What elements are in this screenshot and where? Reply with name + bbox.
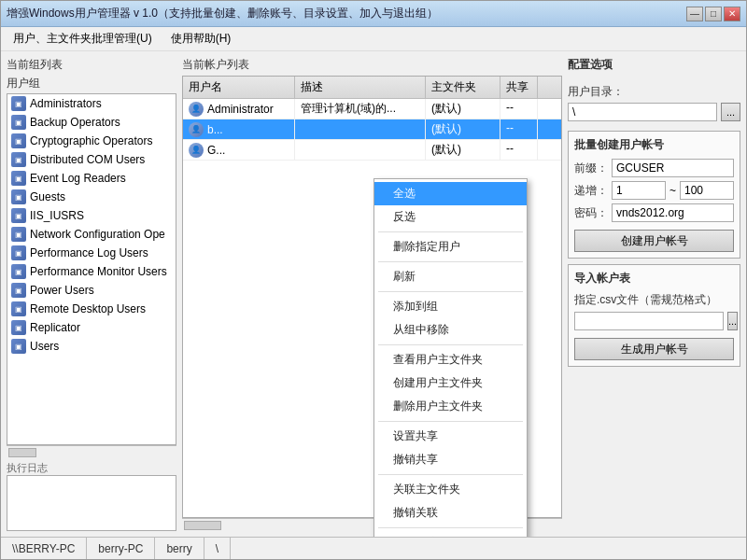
ctx-invert-select[interactable]: 反选 — [374, 205, 527, 229]
close-button[interactable]: ✕ — [724, 7, 740, 21]
home-dir-browse-button[interactable]: ... — [721, 103, 740, 121]
user-home-cell: (默认) — [426, 119, 500, 139]
ctx-delete-home[interactable]: 删除用户主文件夹 — [374, 395, 527, 418]
home-dir-input[interactable] — [568, 103, 717, 121]
status-user: berry — [155, 538, 204, 559]
ctx-sep-2 — [378, 261, 523, 262]
groups-panel: 用户组 ▣ Administrators ▣ Backup Operators … — [7, 76, 176, 458]
step-label: 递增： — [574, 183, 608, 199]
list-item[interactable]: ▣ Distributed COM Users — [7, 150, 176, 169]
ctx-link-home[interactable]: 关联主文件夹 — [374, 478, 527, 501]
list-item[interactable]: ▣ Event Log Readers — [7, 169, 176, 188]
window-title: 增强Windows用户管理器 v 1.0（支持批量创建、删除账号、目录设置、加入… — [7, 6, 438, 21]
ctx-view-home[interactable]: 查看用户主文件夹 — [374, 348, 527, 371]
list-item[interactable]: ▣ Backup Operators — [7, 113, 176, 132]
status-bar: \\BERRY-PC berry-PC berry \ — [1, 537, 746, 559]
user-icon: 👤 — [189, 122, 204, 137]
status-computer: \\BERRY-PC — [8, 538, 87, 559]
user-icon: 👤 — [189, 143, 204, 158]
ctx-set-share[interactable]: 设置共享 — [374, 425, 527, 448]
list-item[interactable]: ▣ IIS_IUSRS — [7, 206, 176, 225]
ctx-sep-4 — [378, 344, 523, 345]
groups-list-box[interactable]: ▣ Administrators ▣ Backup Operators ▣ Cr… — [7, 93, 176, 445]
list-item[interactable]: ▣ Remote Desktop Users — [7, 300, 176, 318]
user-icon: 👤 — [189, 102, 204, 117]
execution-log-box[interactable] — [7, 475, 176, 531]
menu-help[interactable]: 使用帮助(H) — [162, 27, 240, 50]
import-desc: 指定.csv文件（需规范格式） — [574, 292, 734, 308]
col-username[interactable]: 用户名 — [183, 77, 295, 98]
menu-file[interactable]: 用户、主文件夹批理管理(U) — [5, 27, 161, 50]
list-item[interactable]: ▣ Power Users — [7, 281, 176, 300]
group-icon: ▣ — [11, 171, 26, 186]
prefix-label: 前缀： — [574, 161, 608, 176]
user-name-cell: 👤 b... — [183, 119, 295, 139]
execution-log-label: 执行日志 — [7, 461, 176, 475]
user-desc-cell — [295, 140, 426, 160]
ctx-sep-1 — [378, 231, 523, 232]
group-icon: ▣ — [11, 152, 26, 167]
ctx-create-home[interactable]: 创建用户主文件夹 — [374, 371, 527, 395]
ctx-sep-3 — [378, 291, 523, 292]
hscroll-thumb[interactable] — [184, 521, 221, 530]
batch-create-section: 批量创建用户帐号 前缀： 递增： ~ 密码： 创建用户帐号 — [568, 131, 740, 259]
maximize-button[interactable]: □ — [705, 7, 722, 21]
left-panel: 当前组列表 用户组 ▣ Administrators ▣ Backup Oper… — [7, 57, 176, 531]
import-file-input[interactable] — [574, 312, 724, 330]
list-item[interactable]: ▣ Replicator — [7, 318, 176, 337]
list-item[interactable]: ▣ Performance Monitor Users — [7, 262, 176, 281]
users-list-title: 当前帐户列表 — [182, 57, 562, 73]
batch-create-title: 批量创建用户帐号 — [574, 137, 734, 153]
step-from-input[interactable] — [612, 181, 666, 200]
prefix-input[interactable] — [612, 159, 734, 177]
list-item[interactable]: ▣ Guests — [7, 188, 176, 206]
create-users-button[interactable]: 创建用户帐号 — [574, 230, 734, 252]
table-row[interactable]: 👤 b... (默认) -- — [183, 119, 561, 140]
user-home-cell: (默认) — [426, 140, 500, 160]
menu-bar: 用户、主文件夹批理管理(U) 使用帮助(H) — [1, 27, 746, 51]
user-name-cell: 👤 Administrator — [183, 99, 295, 119]
import-file-row: ... — [574, 312, 734, 330]
ctx-refresh[interactable]: 刷新 — [374, 265, 527, 288]
generate-users-button[interactable]: 生成用户帐号 — [574, 338, 734, 360]
list-item[interactable]: ▣ Administrators — [7, 94, 176, 113]
list-item[interactable]: ▣ Performance Log Users — [7, 244, 176, 262]
ctx-export-users[interactable]: 导出用户信息 — [374, 531, 527, 537]
status-path: \ — [204, 538, 231, 559]
ctx-add-to-group[interactable]: 添加到组 — [374, 295, 527, 318]
ctx-unlink-home[interactable]: 撤销关联 — [374, 501, 527, 525]
group-icon: ▣ — [11, 339, 26, 354]
groups-hscroll[interactable] — [7, 445, 176, 458]
step-to-input[interactable] — [680, 181, 734, 200]
groups-label: 用户组 — [7, 76, 176, 91]
config-title: 配置选项 — [568, 57, 740, 73]
user-share-cell: -- — [500, 140, 538, 160]
table-row[interactable]: 👤 G... (默认) -- — [183, 140, 561, 161]
import-browse-button[interactable]: ... — [727, 312, 738, 330]
ctx-delete-user[interactable]: 删除指定用户 — [374, 235, 527, 259]
group-icon: ▣ — [11, 301, 26, 316]
hscroll-thumb[interactable] — [8, 448, 36, 457]
title-bar-buttons: — □ ✕ — [686, 7, 740, 21]
step-sep: ~ — [669, 184, 676, 197]
col-share[interactable]: 共享 — [500, 77, 538, 98]
user-home-cell: (默认) — [426, 99, 500, 119]
perf-monitor-label: Performance Monitor Users — [30, 265, 167, 278]
group-icon: ▣ — [11, 245, 26, 260]
distributed-com-users-label: Distributed COM Users — [30, 153, 145, 166]
minimize-button[interactable]: — — [686, 7, 703, 21]
status-machine: berry-PC — [87, 538, 155, 559]
ctx-remove-from-group[interactable]: 从组中移除 — [374, 318, 527, 342]
password-input[interactable] — [612, 203, 734, 222]
list-item[interactable]: ▣ Network Configuration Ope — [7, 225, 176, 244]
main-content: 当前组列表 用户组 ▣ Administrators ▣ Backup Oper… — [1, 51, 746, 537]
ctx-select-all[interactable]: 全选 — [374, 182, 527, 205]
col-desc[interactable]: 描述 — [295, 77, 426, 98]
list-item[interactable]: ▣ Users — [7, 337, 176, 356]
table-row[interactable]: 👤 Administrator 管理计算机(域)的... (默认) -- — [183, 99, 561, 119]
password-row: 密码： — [574, 203, 734, 222]
ctx-revoke-share[interactable]: 撤销共享 — [374, 448, 527, 471]
col-home[interactable]: 主文件夹 — [426, 77, 500, 98]
list-item[interactable]: ▣ Cryptographic Operators — [7, 132, 176, 150]
ctx-sep-6 — [378, 474, 523, 475]
